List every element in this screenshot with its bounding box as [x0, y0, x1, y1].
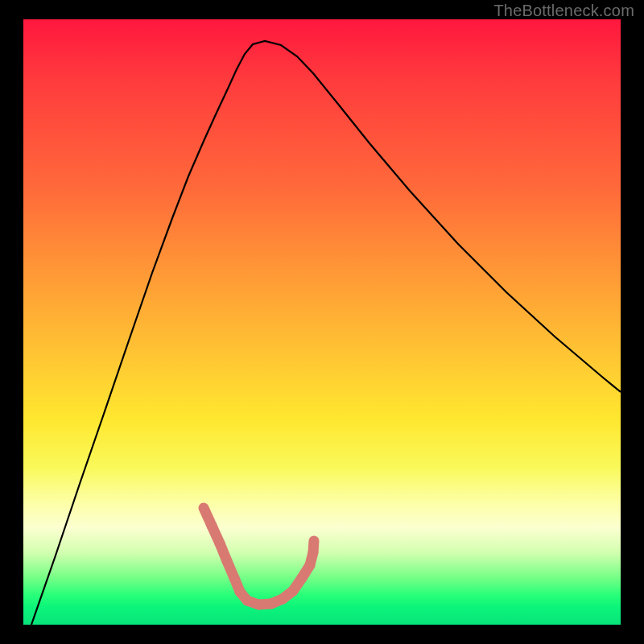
chart-gradient-background — [23, 19, 621, 625]
watermark-text: TheBottleneck.com — [493, 2, 634, 20]
chart-frame: TheBottleneck.com — [0, 0, 644, 644]
